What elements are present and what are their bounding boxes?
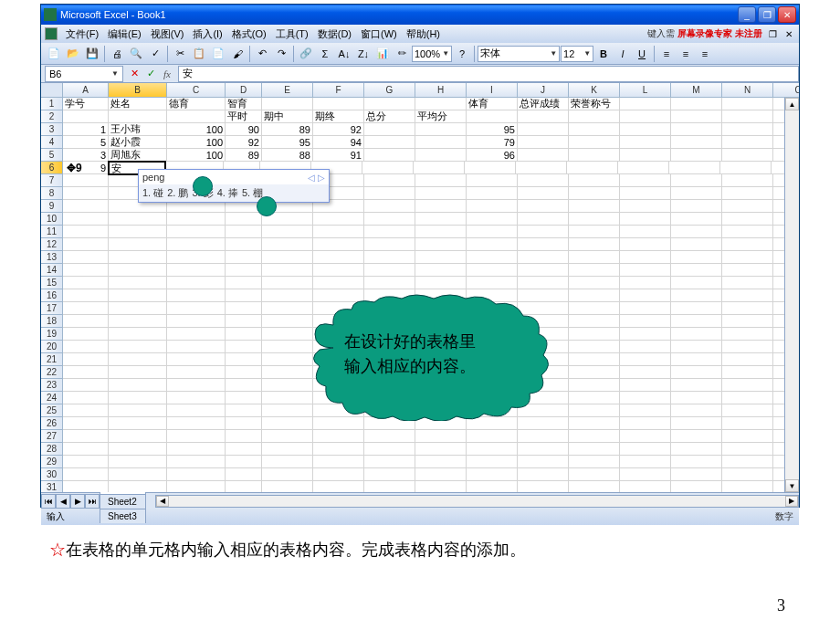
row-header[interactable]: 19 (41, 328, 63, 341)
app-icon[interactable] (45, 27, 58, 40)
cell[interactable] (226, 404, 262, 417)
cell[interactable] (109, 366, 167, 379)
save-button[interactable]: 💾 (83, 45, 101, 63)
cell[interactable] (313, 456, 364, 468)
cell[interactable]: 92 (313, 123, 364, 136)
row-header[interactable]: 13 (41, 251, 63, 264)
cell[interactable] (167, 366, 226, 379)
scroll-left-button[interactable]: ◀ (156, 496, 169, 507)
cell[interactable] (722, 110, 773, 123)
cell[interactable] (415, 123, 467, 136)
cell[interactable] (167, 302, 226, 315)
row-header[interactable]: 5 (41, 149, 63, 162)
cell[interactable] (671, 404, 722, 417)
cell[interactable]: 总评成绩 (518, 98, 569, 110)
column-header[interactable]: F (313, 83, 364, 98)
cell[interactable] (722, 341, 773, 353)
cell[interactable]: 100 (167, 123, 226, 136)
cell[interactable] (415, 149, 467, 162)
cell[interactable] (415, 277, 467, 289)
cell[interactable]: 期中 (262, 110, 313, 123)
cell[interactable] (569, 251, 620, 264)
sheet-tab[interactable]: Sheet2 (100, 494, 146, 509)
cell[interactable] (569, 341, 620, 353)
cell[interactable] (467, 238, 518, 251)
cell[interactable] (226, 430, 262, 443)
ime-candidate[interactable]: 2. 鹏 (167, 186, 188, 200)
cell[interactable] (722, 366, 773, 379)
cell[interactable] (262, 98, 313, 110)
cell[interactable]: 体育 (467, 98, 518, 110)
cell[interactable]: 荣誉称号 (569, 98, 620, 110)
cell[interactable] (167, 379, 226, 392)
cell[interactable] (109, 226, 167, 238)
cell[interactable] (313, 264, 364, 277)
preview-button[interactable]: 🔍 (127, 45, 145, 63)
cell[interactable] (669, 162, 720, 174)
cell[interactable] (569, 404, 620, 417)
row-header[interactable]: 9 (41, 200, 63, 213)
cell[interactable] (671, 417, 722, 430)
cell[interactable] (671, 328, 722, 341)
cell[interactable] (63, 456, 109, 468)
cell[interactable] (518, 277, 569, 289)
cell[interactable] (167, 277, 226, 289)
cell[interactable] (313, 251, 364, 264)
cell[interactable] (313, 238, 364, 251)
cell[interactable] (671, 341, 722, 353)
cell[interactable] (569, 443, 620, 456)
cell[interactable] (467, 443, 518, 456)
cell[interactable] (364, 277, 415, 289)
cell[interactable] (226, 328, 262, 341)
cell[interactable] (467, 200, 518, 213)
cell[interactable] (569, 417, 620, 430)
cell[interactable] (63, 277, 109, 289)
cell[interactable] (722, 226, 773, 238)
cell[interactable]: 90 (226, 123, 262, 136)
cell[interactable] (722, 353, 773, 366)
cell[interactable] (620, 277, 671, 289)
cell[interactable] (415, 200, 467, 213)
cell[interactable] (518, 456, 569, 468)
new-button[interactable]: 📄 (45, 45, 63, 63)
cell[interactable] (364, 200, 415, 213)
cell[interactable] (364, 213, 415, 226)
cell[interactable] (467, 187, 518, 200)
cell[interactable] (364, 174, 415, 187)
cell[interactable] (167, 404, 226, 417)
minimize-button[interactable]: _ (738, 6, 756, 23)
cell[interactable] (167, 341, 226, 353)
cell[interactable] (364, 226, 415, 238)
row-header[interactable]: 20 (41, 341, 63, 353)
cell[interactable] (313, 443, 364, 456)
cell[interactable] (722, 251, 773, 264)
row-header[interactable]: 22 (41, 366, 63, 379)
row-header[interactable]: 1 (41, 98, 63, 110)
cell[interactable] (722, 238, 773, 251)
cell[interactable] (364, 456, 415, 468)
next-sheet-button[interactable]: ▶ (70, 494, 85, 509)
cell[interactable] (569, 456, 620, 468)
cell[interactable] (167, 481, 226, 492)
formula-input[interactable]: 安 (178, 66, 799, 82)
cell[interactable] (313, 98, 364, 110)
cell[interactable] (569, 289, 620, 302)
column-header[interactable]: H (415, 83, 467, 98)
cell[interactable] (109, 430, 167, 443)
cell[interactable] (63, 341, 109, 353)
italic-button[interactable]: I (614, 45, 632, 63)
cell[interactable] (63, 238, 109, 251)
cell[interactable] (167, 226, 226, 238)
cell[interactable] (63, 226, 109, 238)
cell[interactable]: 95 (262, 136, 313, 149)
hyperlink-button[interactable]: 🔗 (297, 45, 315, 63)
cell[interactable] (467, 264, 518, 277)
cell[interactable] (671, 379, 722, 392)
cell[interactable] (63, 468, 109, 481)
row-header[interactable]: 14 (41, 264, 63, 277)
cell[interactable] (518, 149, 569, 162)
row-header[interactable]: 15 (41, 277, 63, 289)
cell[interactable] (518, 213, 569, 226)
cell[interactable] (467, 251, 518, 264)
row-header[interactable]: 10 (41, 213, 63, 226)
